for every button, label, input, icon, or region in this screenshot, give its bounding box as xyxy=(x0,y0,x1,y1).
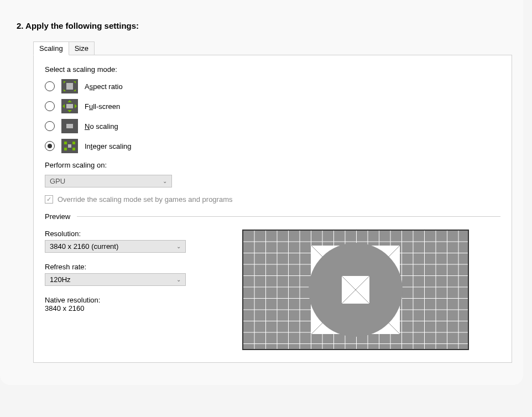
aspect-ratio-label[interactable]: Aspect ratio xyxy=(85,82,123,91)
svg-rect-19 xyxy=(68,144,71,148)
perform-scaling-on-value: GPU xyxy=(50,177,65,185)
svg-rect-16 xyxy=(72,142,75,144)
resolution-value: 3840 x 2160 (current) xyxy=(50,242,118,251)
refresh-rate-value: 120Hz xyxy=(50,275,71,284)
svg-rect-7 xyxy=(66,104,73,108)
tab-strip: Scaling Size xyxy=(33,41,512,55)
select-scaling-mode-label: Select a scaling mode: xyxy=(45,65,500,74)
step-heading: 2. Apply the following settings: xyxy=(17,0,512,41)
svg-rect-18 xyxy=(72,148,75,150)
radio-full-screen[interactable] xyxy=(45,101,55,111)
resolution-label: Resolution: xyxy=(45,230,194,238)
no-scaling-icon xyxy=(61,119,78,133)
refresh-rate-select[interactable]: 120Hz ⌄ xyxy=(45,273,186,286)
override-checkbox[interactable]: ✓ xyxy=(45,195,53,204)
chevron-down-icon: ⌄ xyxy=(176,243,181,249)
integer-scaling-label[interactable]: Integer scaling xyxy=(85,142,132,150)
integer-scaling-icon xyxy=(61,139,78,153)
native-resolution-label: Native resolution: xyxy=(45,296,194,304)
chevron-down-icon: ⌄ xyxy=(163,178,167,184)
svg-rect-15 xyxy=(64,142,67,144)
preview-title: Preview xyxy=(45,212,70,221)
no-scaling-label[interactable]: No scaling xyxy=(85,122,118,131)
svg-rect-13 xyxy=(66,124,73,128)
radio-no-scaling[interactable] xyxy=(45,121,55,131)
radio-integer-scaling[interactable] xyxy=(45,141,55,151)
full-screen-icon xyxy=(61,99,78,113)
radio-aspect-ratio[interactable] xyxy=(45,81,55,91)
native-resolution-value: 3840 x 2160 xyxy=(45,304,194,312)
full-screen-label[interactable]: Full-screen xyxy=(85,102,120,111)
svg-rect-17 xyxy=(64,148,67,150)
refresh-rate-label: Refresh rate: xyxy=(45,263,194,271)
perform-scaling-on-label: Perform scaling on: xyxy=(45,161,500,169)
aspect-ratio-icon xyxy=(61,79,78,93)
perform-scaling-on-select[interactable]: GPU ⌄ xyxy=(45,175,172,187)
chevron-down-icon: ⌄ xyxy=(176,277,181,283)
override-label: Override the scaling mode set by games a… xyxy=(58,195,233,204)
divider xyxy=(77,216,500,217)
tab-size[interactable]: Size xyxy=(69,41,95,55)
preview-thumbnail xyxy=(242,230,469,350)
tab-scaling[interactable]: Scaling xyxy=(33,41,69,55)
scaling-panel: Select a scaling mode: Aspect ratio xyxy=(33,55,512,363)
svg-rect-1 xyxy=(66,83,73,90)
resolution-select[interactable]: 3840 x 2160 (current) ⌄ xyxy=(45,240,186,253)
